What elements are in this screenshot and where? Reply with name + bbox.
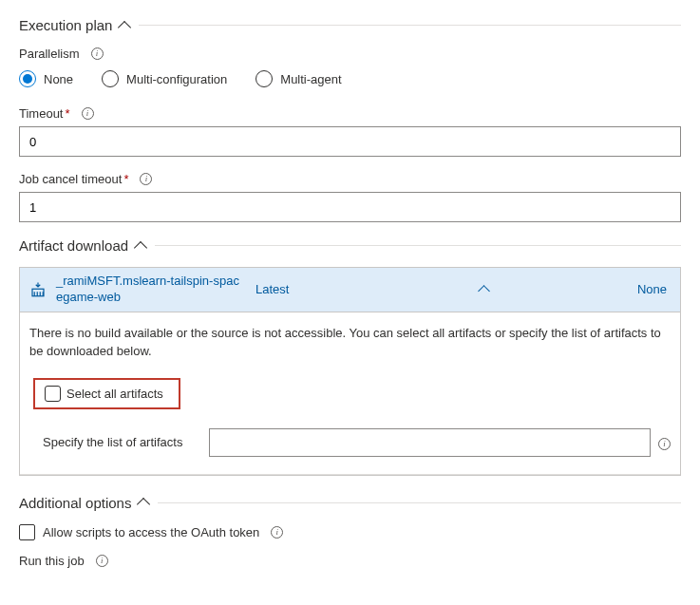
cancel-timeout-label-row: Job cancel timeout * xyxy=(19,172,681,186)
info-icon[interactable] xyxy=(96,555,108,567)
radio-none[interactable]: None xyxy=(19,70,73,87)
section-title: Additional options xyxy=(19,495,131,511)
run-job-label-row: Run this job xyxy=(19,554,681,568)
specify-artifacts-input[interactable] xyxy=(209,428,651,457)
specify-artifacts-row: Specify the list of artifacts xyxy=(43,428,671,457)
artifact-message: There is no build available or the sourc… xyxy=(29,324,671,361)
required-asterisk: * xyxy=(123,172,128,186)
artifact-box: _ramiMSFT.mslearn-tailspin-spacegame-web… xyxy=(19,267,681,476)
chevron-up-icon xyxy=(118,20,131,33)
parallelism-radio-group: None Multi-configuration Multi-agent xyxy=(19,70,681,87)
cancel-timeout-input[interactable] xyxy=(19,192,681,222)
oauth-checkbox-row[interactable]: Allow scripts to access the OAuth token xyxy=(19,524,681,540)
artifact-collapse-toggle[interactable] xyxy=(331,282,637,296)
artifact-body: There is no build available or the sourc… xyxy=(20,312,680,475)
build-artifact-icon xyxy=(29,281,47,298)
chevron-up-icon xyxy=(137,498,150,511)
radio-label: Multi-configuration xyxy=(126,72,227,86)
info-icon[interactable] xyxy=(658,438,671,450)
select-all-checkbox[interactable] xyxy=(45,386,61,402)
oauth-checkbox[interactable] xyxy=(19,524,35,540)
radio-label: None xyxy=(44,72,73,86)
radio-indicator-icon xyxy=(102,70,119,87)
select-all-label: Select all artifacts xyxy=(66,387,163,401)
artifact-source-name: _ramiMSFT.mslearn-tailspin-spacegame-web xyxy=(56,274,246,306)
section-title: Execution plan xyxy=(19,17,112,33)
section-header-execution-plan[interactable]: Execution plan xyxy=(19,17,681,33)
chevron-up-icon xyxy=(479,286,491,298)
info-icon[interactable] xyxy=(271,526,283,539)
timeout-input[interactable] xyxy=(19,126,681,157)
timeout-label-row: Timeout * xyxy=(19,106,681,121)
info-icon[interactable] xyxy=(91,47,104,60)
artifact-header-row[interactable]: _ramiMSFT.mslearn-tailspin-spacegame-web… xyxy=(20,268,680,312)
divider-line xyxy=(158,502,681,503)
run-job-label: Run this job xyxy=(19,554,85,568)
radio-label: Multi-agent xyxy=(280,72,341,86)
artifact-none-label: None xyxy=(637,282,671,296)
artifact-latest-label: Latest xyxy=(255,282,331,296)
section-header-additional-options[interactable]: Additional options xyxy=(19,495,681,511)
parallelism-label: Parallelism xyxy=(19,47,80,61)
info-icon[interactable] xyxy=(140,173,152,185)
specify-artifacts-label: Specify the list of artifacts xyxy=(43,435,209,449)
divider-line xyxy=(155,245,681,246)
timeout-label: Timeout xyxy=(19,106,63,121)
section-title: Artifact download xyxy=(19,237,128,254)
oauth-label: Allow scripts to access the OAuth token xyxy=(43,525,259,539)
radio-indicator-icon xyxy=(19,70,36,87)
select-all-artifacts-highlight: Select all artifacts xyxy=(33,378,180,409)
info-icon[interactable] xyxy=(82,107,94,120)
cancel-timeout-label: Job cancel timeout xyxy=(19,172,122,186)
section-header-artifact-download[interactable]: Artifact download xyxy=(19,237,681,254)
parallelism-label-row: Parallelism xyxy=(19,47,681,61)
required-asterisk: * xyxy=(65,106,69,121)
radio-indicator-icon xyxy=(255,70,273,87)
radio-multi-configuration[interactable]: Multi-configuration xyxy=(102,70,227,87)
chevron-up-icon xyxy=(134,240,147,254)
divider-line xyxy=(139,25,681,26)
radio-multi-agent[interactable]: Multi-agent xyxy=(255,70,341,87)
